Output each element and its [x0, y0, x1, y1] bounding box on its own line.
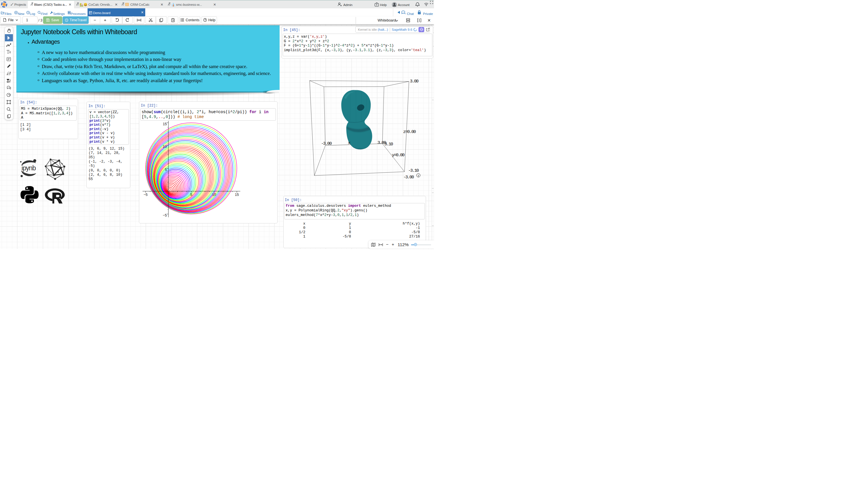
svg-text:ipynb: ipynb: [22, 164, 36, 172]
svg-text:3.10: 3.10: [384, 142, 393, 147]
svg-text:z=0.00: z=0.00: [403, 129, 416, 134]
svg-text:5: 5: [190, 193, 192, 197]
svg-text:3.00: 3.00: [410, 78, 419, 83]
svg-text:-3.00: -3.00: [403, 175, 414, 180]
svg-text:15: 15: [235, 193, 239, 197]
svg-text:i: i: [418, 174, 419, 177]
svg-text:10: 10: [163, 145, 167, 149]
svg-text:-3.00: -3.00: [321, 141, 332, 146]
svg-text:−5: −5: [163, 213, 167, 218]
svg-text:5: 5: [165, 168, 167, 172]
svg-text:y=0.00: y=0.00: [392, 152, 405, 157]
svg-text:-3.10: -3.10: [408, 168, 419, 173]
svg-text:−5: −5: [144, 193, 148, 197]
svg-text:15: 15: [163, 122, 167, 126]
svg-text:10: 10: [212, 193, 216, 197]
svg-text:ipynb: ipynb: [7, 73, 10, 74]
